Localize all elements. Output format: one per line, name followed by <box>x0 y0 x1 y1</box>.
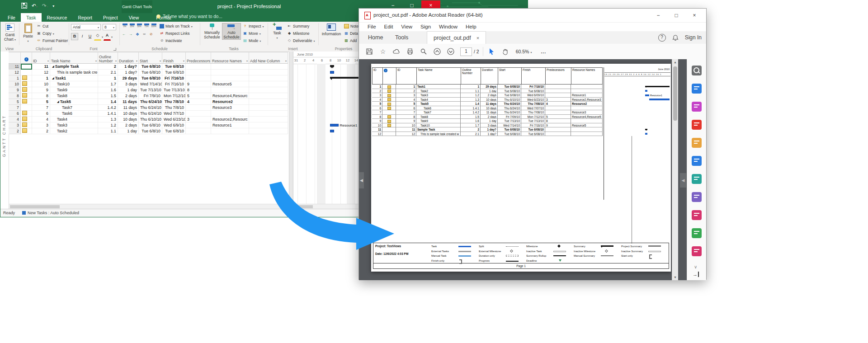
cell-add-new-column[interactable] <box>249 128 288 134</box>
row-number[interactable]: 6 <box>9 111 21 117</box>
cell-task-name[interactable]: Task6 <box>50 111 98 117</box>
info-cell[interactable] <box>21 93 32 99</box>
sign-in-button[interactable]: Sign In <box>685 34 702 41</box>
cell-start[interactable]: Thu 6/10/10 <box>139 117 162 122</box>
cell-predecessors[interactable] <box>186 105 211 111</box>
format-painter-button[interactable]: ✏Format Painter <box>37 38 68 43</box>
cell-resource-names[interactable] <box>211 75 249 81</box>
help-icon[interactable]: ? <box>658 34 666 42</box>
qat-customize-icon[interactable]: ▾ <box>52 3 54 9</box>
table-row[interactable]: 1010Task101.73 daysWed 7/14/10Fri 7/16/1… <box>9 81 288 87</box>
row-number[interactable]: 11 <box>9 64 21 70</box>
cell-finish[interactable]: Wed 6/9/10 <box>162 122 186 128</box>
cell-start[interactable]: Wed 7/14/10 <box>139 81 162 87</box>
cell-predecessors[interactable]: 4 <box>186 99 211 105</box>
table-row[interactable]: 22Task21.11 dayTue 6/8/10Tue 6/8/10 <box>9 128 288 134</box>
hand-tool-icon[interactable] <box>499 48 512 55</box>
insert-milestone-button[interactable]: ◆Milestone <box>287 31 309 36</box>
undo-icon[interactable]: ↶▾ <box>32 3 38 10</box>
info-cell[interactable] <box>21 128 32 134</box>
vertical-scrollbar[interactable]: ▲ ▼ <box>672 59 678 280</box>
cell-resource-names[interactable] <box>211 70 249 75</box>
cell-start[interactable]: Tue 6/8/10 <box>139 70 162 75</box>
cell-outline-number[interactable]: 2 <box>98 64 118 70</box>
save-file-icon[interactable] <box>363 48 376 55</box>
info-cell[interactable] <box>21 99 32 105</box>
cell-duration[interactable]: 11 days <box>118 105 139 111</box>
cell-task-name[interactable]: Task9 <box>50 87 98 93</box>
column-header-start[interactable]: Start▾ <box>139 52 162 64</box>
search-icon[interactable] <box>417 48 430 55</box>
cell-task-name[interactable]: This is sample task cre <box>50 70 98 75</box>
cell-id[interactable]: 3 <box>32 122 50 128</box>
cell-finish[interactable]: Fri 7/16/10 <box>162 81 186 87</box>
cell-resource-names[interactable]: Resource3 <box>211 105 249 111</box>
cell-id[interactable]: 12 <box>32 70 50 75</box>
expand-triangle-icon[interactable]: ◢ <box>52 77 54 80</box>
cell-duration[interactable]: 1 day <box>118 128 139 134</box>
cell-start[interactable]: Tue 6/8/10 <box>139 128 162 134</box>
scroll-down-icon[interactable]: ▼ <box>672 274 678 280</box>
cell-finish[interactable]: Tue 6/8/10 <box>162 128 186 134</box>
cell-predecessors[interactable]: 8 <box>186 87 211 93</box>
cell-resource-names[interactable]: Resource2 <box>211 99 249 105</box>
menu-help[interactable]: Help <box>462 22 481 31</box>
more-tools-chevron-icon[interactable]: ∨ <box>694 264 697 269</box>
column-header-predecessors[interactable]: Predecessors▾ <box>186 52 211 64</box>
percent-complete-button-0[interactable]: 0% <box>122 23 128 28</box>
cell-add-new-column[interactable] <box>249 122 288 128</box>
cell-duration[interactable]: 10 days <box>118 111 139 117</box>
cell-add-new-column[interactable] <box>249 111 288 117</box>
font-color-button[interactable]: A <box>104 33 111 41</box>
font-dialog-launcher-icon[interactable] <box>113 48 116 51</box>
insert-deliverable-button[interactable]: ◇Deliverable▾ <box>287 38 315 43</box>
cell-duration[interactable]: 3 days <box>118 81 139 87</box>
table-row[interactable]: 88Task81.52 daysFri 7/9/10Mon 7/12/105Re… <box>9 93 288 99</box>
cell-duration[interactable]: 10 days <box>118 117 139 122</box>
table-row[interactable]: 1111◢Sample Task21 day?Tue 6/8/10Tue 6/8… <box>9 64 288 70</box>
row-number[interactable]: 12 <box>9 70 21 75</box>
tools-panel-collapse-arrow[interactable]: ◀ <box>680 173 686 188</box>
cell-outline-number[interactable]: 1 <box>98 75 118 81</box>
ribbon-tab-file[interactable]: File <box>2 13 21 22</box>
row-number[interactable]: 9 <box>9 87 21 93</box>
acrobat-maximize-button[interactable]: □ <box>667 12 685 19</box>
column-header-add-new-column[interactable]: Add New Column▾ <box>249 52 288 64</box>
filter-arrow-icon[interactable]: ▾ <box>285 59 287 63</box>
filter-arrow-icon[interactable]: ▾ <box>246 59 248 63</box>
menu-sign[interactable]: Sign <box>416 22 435 31</box>
zoom-level-dropdown[interactable]: 60.5% ▾ <box>516 49 532 54</box>
star-icon[interactable]: ☆ <box>376 48 390 55</box>
cell-resource-names[interactable] <box>211 87 249 93</box>
more-tools-icon[interactable] <box>692 228 702 238</box>
cell-predecessors[interactable] <box>186 122 211 128</box>
column-header-duration[interactable]: Duration▾ <box>118 52 139 64</box>
cell-start[interactable]: Tue 6/8/10 <box>139 64 162 70</box>
info-cell[interactable] <box>21 117 32 122</box>
cell-id[interactable]: 1 <box>32 75 50 81</box>
info-cell[interactable] <box>21 87 32 93</box>
cell-add-new-column[interactable] <box>249 70 288 75</box>
column-header-resource-names[interactable]: Resource Names▾ <box>211 52 249 64</box>
cell-start[interactable]: Tue 6/8/10 <box>139 75 162 81</box>
ribbon-tab-report[interactable]: Report <box>72 13 98 22</box>
tab-tools[interactable]: Tools <box>389 31 415 44</box>
redo-icon[interactable]: ↷▾ <box>42 3 48 10</box>
cell-duration[interactable]: 2 days <box>118 93 139 99</box>
table-row[interactable]: 33Task31.22 daysTue 6/8/10Wed 6/9/10Reso… <box>9 122 288 128</box>
close-tab-icon[interactable]: × <box>476 35 479 41</box>
cell-outline-number[interactable]: 1.7 <box>98 81 118 87</box>
table-row[interactable]: 1212This is sample task cre2.11 day?Tue … <box>9 70 288 75</box>
column-header-id[interactable]: ID▾ <box>32 52 50 64</box>
copy-button[interactable]: ▣Copy▾ <box>37 31 54 36</box>
cell-duration[interactable]: 1 day <box>118 87 139 93</box>
expand-triangle-icon[interactable]: ◢ <box>52 65 54 68</box>
bold-button[interactable]: B <box>71 33 78 40</box>
save-icon[interactable] <box>21 3 27 10</box>
expand-triangle-icon[interactable]: ◢ <box>57 100 59 103</box>
font-size-combo[interactable]: 8▾ <box>103 24 116 30</box>
table-row[interactable]: 66Task61.4.110 daysThu 6/24/10Wed 7/7/10 <box>9 111 288 117</box>
tell-me-box[interactable]: Tell me what you want to do... <box>156 14 222 19</box>
font-family-combo[interactable]: Arial▾ <box>71 24 101 30</box>
cell-task-name[interactable]: ◢Sample Task <box>50 64 98 70</box>
